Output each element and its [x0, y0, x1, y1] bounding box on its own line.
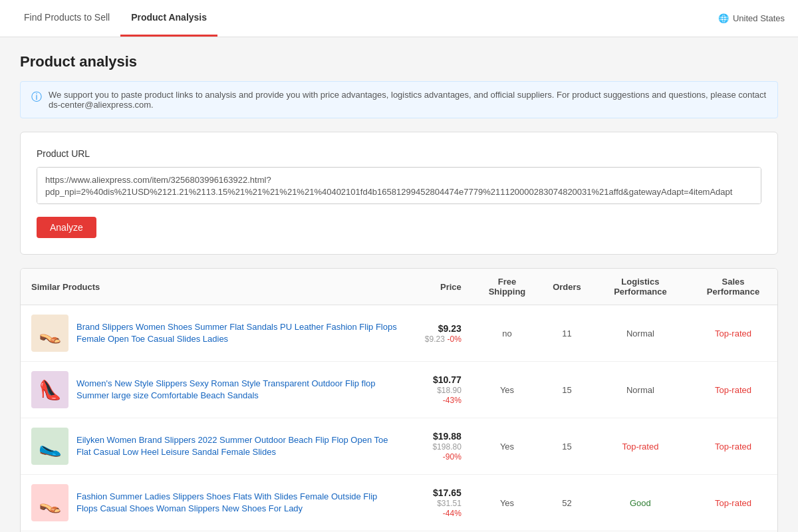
original-amount-3: $198.80 [432, 442, 461, 452]
discount-3: -90% [443, 452, 462, 462]
orders-cell-3: 15 [542, 418, 592, 475]
results-table: Similar Products Price Free Shipping Ord… [21, 269, 777, 532]
logistics-cell-2: Normal [592, 362, 689, 418]
original-amount-1: $9.23 [425, 334, 445, 344]
sales-cell-3: Top-rated [689, 418, 777, 475]
product-cell-2: 👠 Women's New Style Slippers Sexy Roman … [21, 362, 410, 418]
shipping-cell-1: no [472, 305, 542, 362]
main-content: Product analysis ⓘ We support you to pas… [7, 37, 791, 532]
col-header-shipping: Free Shipping [472, 269, 542, 305]
price-current-3: $19.88 [420, 431, 461, 442]
col-header-sales: Sales Performance [689, 269, 777, 305]
orders-cell-2: 15 [542, 362, 592, 418]
price-cell-2: $10.77 $18.90 -43% [410, 362, 471, 418]
url-section: Product URL https://www.aliexpress.com/i… [20, 132, 778, 255]
logistics-badge-3: Top-rated [622, 442, 658, 452]
tab-find-products[interactable]: Find Products to Sell [13, 0, 120, 37]
analyze-button[interactable]: Analyze [37, 217, 96, 238]
logistics-badge-2: Normal [626, 385, 654, 395]
results-section: Similar Products Price Free Shipping Ord… [20, 268, 778, 532]
price-original-4: $31.51 -44% [420, 498, 461, 518]
product-thumbnail-2: 👠 [31, 371, 68, 408]
price-current-4: $17.65 [420, 487, 461, 498]
sales-badge-3: Top-rated [715, 442, 751, 452]
product-thumb-icon-4: 👡 [39, 492, 62, 514]
url-label: Product URL [37, 148, 761, 159]
shipping-cell-4: Yes [472, 475, 542, 531]
page-title: Product analysis [20, 53, 778, 70]
info-banner: ⓘ We support you to paste product links … [20, 81, 778, 118]
col-header-logistics: Logistics Performance [592, 269, 689, 305]
nav-tabs: Find Products to Sell Product Analysis [13, 0, 217, 37]
product-thumb-icon-3: 🥿 [39, 436, 62, 458]
logistics-cell-4: Good [592, 475, 689, 531]
discount-1: -0% [447, 334, 461, 344]
sales-badge-1: Top-rated [715, 329, 751, 338]
orders-cell-4: 52 [542, 475, 592, 531]
globe-icon: 🌐 [718, 13, 729, 23]
sales-cell-4: Top-rated [689, 475, 777, 531]
table-header-row: Similar Products Price Free Shipping Ord… [21, 269, 777, 305]
discount-2: -43% [443, 396, 462, 405]
original-amount-4: $31.51 [437, 499, 462, 508]
price-current-2: $10.77 [420, 374, 461, 385]
table-row: 👠 Women's New Style Slippers Sexy Roman … [21, 362, 777, 418]
top-nav: Find Products to Sell Product Analysis 🌐… [0, 0, 798, 37]
original-amount-2: $18.90 [437, 386, 462, 395]
col-header-orders: Orders [542, 269, 592, 305]
product-link-3[interactable]: Eilyken Women Brand Slippers 2022 Summer… [76, 434, 399, 458]
product-thumbnail-3: 🥿 [31, 428, 68, 465]
shipping-cell-2: Yes [472, 362, 542, 418]
table-row: 🥿 Eilyken Women Brand Slippers 2022 Summ… [21, 418, 777, 475]
price-original-2: $18.90 -43% [420, 385, 461, 405]
product-cell-4: 👡 Fashion Summer Ladies Slippers Shoes F… [21, 475, 410, 531]
table-row: 👡 Fashion Summer Ladies Slippers Shoes F… [21, 475, 777, 531]
price-original-3: $198.80 -90% [420, 442, 461, 462]
col-header-product: Similar Products [21, 269, 410, 305]
col-header-price: Price [410, 269, 471, 305]
logistics-badge-4: Good [630, 498, 651, 508]
product-thumb-icon-1: 👡 [39, 323, 62, 344]
logistics-badge-1: Normal [626, 329, 654, 338]
price-cell-4: $17.65 $31.51 -44% [410, 475, 471, 531]
sales-cell-2: Top-rated [689, 362, 777, 418]
product-link-1[interactable]: Brand Slippers Women Shoes Summer Flat S… [76, 321, 399, 345]
sales-badge-4: Top-rated [715, 498, 751, 508]
orders-cell-1: 11 [542, 305, 592, 362]
price-cell-1: $9.23 $9.23 -0% [410, 305, 471, 362]
product-link-4[interactable]: Fashion Summer Ladies Slippers Shoes Fla… [76, 491, 399, 515]
tab-product-analysis[interactable]: Product Analysis [120, 0, 217, 37]
sales-badge-2: Top-rated [715, 385, 751, 395]
price-original-1: $9.23 -0% [420, 334, 461, 344]
region-selector[interactable]: 🌐 United States [718, 13, 785, 23]
logistics-cell-3: Top-rated [592, 418, 689, 475]
product-cell-1: 👡 Brand Slippers Women Shoes Summer Flat… [21, 305, 410, 362]
info-icon: ⓘ [31, 90, 42, 104]
product-thumbnail-1: 👡 [31, 315, 68, 352]
product-thumbnail-4: 👡 [31, 484, 68, 521]
product-thumb-icon-2: 👠 [39, 379, 62, 401]
discount-4: -44% [443, 509, 462, 518]
url-input[interactable]: https://www.aliexpress.com/item/32568039… [37, 167, 761, 204]
table-row: 👡 Brand Slippers Women Shoes Summer Flat… [21, 305, 777, 362]
product-cell-3: 🥿 Eilyken Women Brand Slippers 2022 Summ… [21, 418, 410, 475]
sales-cell-1: Top-rated [689, 305, 777, 362]
shipping-cell-3: Yes [472, 418, 542, 475]
product-link-2[interactable]: Women's New Style Slippers Sexy Roman St… [76, 378, 399, 402]
logistics-cell-1: Normal [592, 305, 689, 362]
price-cell-3: $19.88 $198.80 -90% [410, 418, 471, 475]
price-current-1: $9.23 [420, 323, 461, 334]
